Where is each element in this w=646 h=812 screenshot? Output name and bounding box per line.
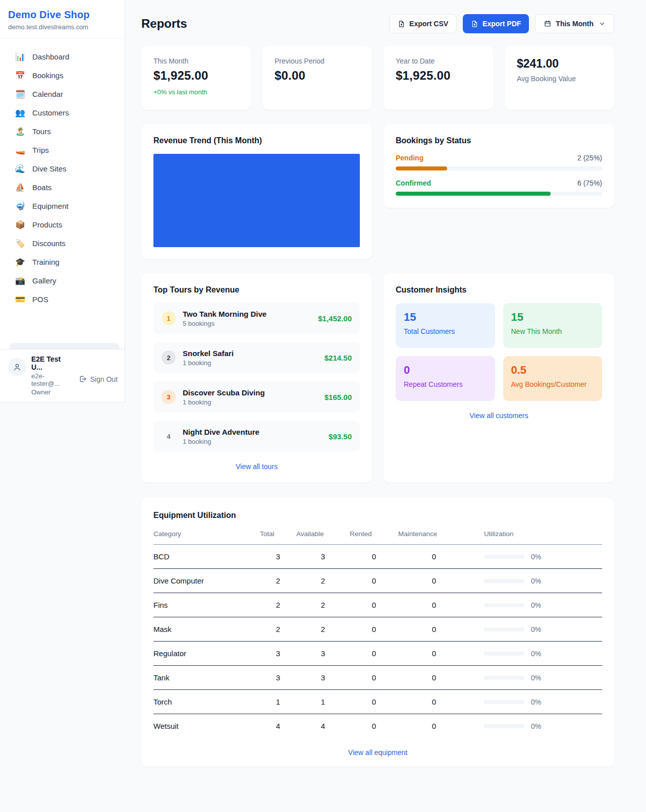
- sidebar-item-label: Training: [32, 258, 60, 266]
- revenue-trend-card: Revenue Trend (This Month): [141, 124, 372, 259]
- sidebar-item-customers[interactable]: 👥 Customers: [9, 103, 120, 122]
- sidebar-item-gallery[interactable]: 📸 Gallery: [9, 271, 120, 290]
- tour-amount: $1,452.00: [318, 314, 352, 323]
- equipment-rented: 0: [350, 569, 398, 593]
- rank-badge: 1: [162, 311, 176, 325]
- card-title: Bookings by Status: [396, 136, 602, 145]
- stat-label: This Month: [153, 57, 239, 65]
- sidebar-item-equipment[interactable]: 🤿 Equipment: [9, 197, 120, 215]
- sidebar: Demo Dive Shop demo.test.divestreams.com…: [0, 0, 125, 402]
- sidebar-item-bookings[interactable]: 📅 Bookings: [9, 66, 120, 85]
- equipment-row-tank: Tank 3 3 0 0 0%: [153, 666, 602, 690]
- sidebar-item-calendar[interactable]: 🗓️ Calendar: [9, 85, 120, 103]
- sidebar-item-label: Calendar: [32, 90, 63, 98]
- equipment-rented: 0: [350, 617, 398, 642]
- shop-domain: demo.test.divestreams.com: [8, 23, 115, 31]
- sidebar-item-pos[interactable]: 💳 POS: [9, 290, 120, 309]
- equipment-row-torch: Torch 1 1 0 0 0%: [153, 690, 602, 714]
- export-pdf-button[interactable]: Export PDF: [463, 14, 529, 33]
- sign-out-button[interactable]: Sign Out: [78, 355, 118, 396]
- tour-name: Snorkel Safari: [183, 349, 234, 358]
- utilization-bar-track: [484, 555, 524, 559]
- sidebar-item-training[interactable]: 🎓 Training: [9, 253, 120, 271]
- insight-tile-new-this-month: 15 New This Month: [503, 303, 603, 348]
- utilization-bar-track: [484, 603, 524, 607]
- utilization-percent: 0%: [531, 553, 541, 561]
- utilization-percent: 0%: [531, 625, 541, 633]
- sidebar-item-dive-sites[interactable]: 🌊 Dive Sites: [9, 159, 120, 178]
- page-header: Reports Export CSV: [141, 14, 614, 33]
- status-list: Pending 2 (25%) Confirmed 6 (75%): [396, 154, 602, 196]
- tour-bookings: 1 booking: [183, 438, 259, 445]
- tour-row: 3 Discover Scuba Diving 1 booking $165.0…: [153, 381, 360, 413]
- insight-label: Avg Bookings/Customer: [511, 380, 595, 388]
- utilization-bar-track: [484, 724, 524, 728]
- view-all-equipment-link[interactable]: View all equipment: [153, 748, 602, 757]
- card-title: Equipment Utilization: [153, 511, 602, 520]
- col-available: Available: [296, 525, 350, 545]
- file-download-icon: [398, 20, 405, 28]
- sidebar-item-dashboard[interactable]: 📊 Dashboard: [9, 47, 120, 66]
- equipment-category: BCD: [153, 545, 260, 569]
- stat-label: Avg Booking Value: [517, 75, 602, 83]
- tour-name: Night Dive Adventure: [183, 428, 259, 436]
- customer-insights-card: Customer Insights 15 Total Customers 15 …: [384, 273, 614, 483]
- sidebar-item-label: Dive Sites: [32, 164, 67, 173]
- sidebar-item-boats[interactable]: ⛵ Boats: [9, 178, 120, 197]
- equipment-available: 3: [296, 666, 350, 690]
- sidebar-item-discounts[interactable]: 🏷️ Discounts: [9, 234, 120, 253]
- period-dropdown[interactable]: This Month: [535, 14, 614, 33]
- tour-row: 4 Night Dive Adventure 1 booking $93.50: [153, 421, 360, 452]
- stat-card-previous-period: Previous Period $0.00: [262, 46, 372, 110]
- sidebar-user-footer: E2E Test U... e2e-tester@... Owner Sign …: [0, 349, 125, 402]
- equipment-maintenance: 0: [398, 569, 470, 593]
- sidebar-item-label: Customers: [32, 108, 69, 117]
- sidebar-item-trips[interactable]: 🚤 Trips: [9, 141, 120, 159]
- insights-row: Top Tours by Revenue 1 Two Tank Morning …: [141, 273, 614, 483]
- person-icon: [12, 362, 22, 372]
- export-csv-label: Export CSV: [409, 20, 448, 28]
- equipment-available: 2: [296, 617, 350, 642]
- sign-out-label: Sign Out: [90, 375, 118, 383]
- bookings-by-status-card: Bookings by Status Pending 2 (25%) Confi…: [384, 124, 614, 208]
- equipment-row-regulator: Regulator 3 3 0 0 0%: [153, 642, 602, 666]
- sidebar-item-label: Products: [32, 220, 62, 229]
- status-row-pending: Pending 2 (25%): [396, 154, 602, 170]
- sidebar-item-products[interactable]: 📦 Products: [9, 215, 120, 234]
- graduation-cap-icon: 🎓: [15, 258, 25, 266]
- island-icon: 🏝️: [15, 128, 25, 136]
- equipment-row-mask: Mask 2 2 0 0 0%: [153, 617, 602, 642]
- export-csv-button[interactable]: Export CSV: [389, 14, 457, 33]
- shop-name[interactable]: Demo Dive Shop: [8, 9, 115, 21]
- utilization-bar-track: [484, 676, 524, 680]
- equipment-category: Wetsuit: [153, 714, 260, 738]
- equipment-row-wetsuit: Wetsuit 4 4 0 0 0%: [153, 714, 602, 738]
- utilization-percent: 0%: [531, 674, 541, 682]
- utilization-percent: 0%: [531, 577, 541, 585]
- diving-mask-icon: 🤿: [15, 202, 25, 210]
- sidebar-item-reports-partial[interactable]: [9, 343, 120, 349]
- insight-tiles: 15 Total Customers 15 New This Month 0 R…: [396, 303, 602, 401]
- user-name: E2E Test U...: [31, 355, 73, 371]
- status-progress-fill: [396, 192, 551, 196]
- spiral-calendar-icon: 🗓️: [15, 90, 25, 98]
- sidebar-item-tours[interactable]: 🏝️ Tours: [9, 122, 120, 141]
- tour-bookings: 1 booking: [183, 398, 265, 406]
- equipment-available: 2: [296, 569, 350, 593]
- status-row-confirmed: Confirmed 6 (75%): [396, 179, 602, 196]
- utilization-bar-track: [484, 652, 524, 656]
- equipment-total: 3: [260, 545, 296, 569]
- stat-card-this-month: This Month $1,925.00 +0% vs last month: [141, 46, 251, 110]
- equipment-rented: 0: [350, 545, 398, 569]
- equipment-total: 4: [260, 714, 296, 738]
- col-rented: Rented: [350, 525, 398, 545]
- equipment-category: Dive Computer: [153, 569, 260, 593]
- equipment-rented: 0: [350, 642, 398, 666]
- sidebar-item-label: Dashboard: [32, 52, 69, 61]
- view-all-customers-link[interactable]: View all customers: [396, 412, 602, 420]
- equipment-row-fins: Fins 2 2 0 0 0%: [153, 593, 602, 617]
- wave-icon: 🌊: [15, 165, 25, 173]
- period-label: This Month: [556, 20, 594, 28]
- utilization-percent: 0%: [531, 722, 541, 730]
- view-all-tours-link[interactable]: View all tours: [153, 462, 360, 471]
